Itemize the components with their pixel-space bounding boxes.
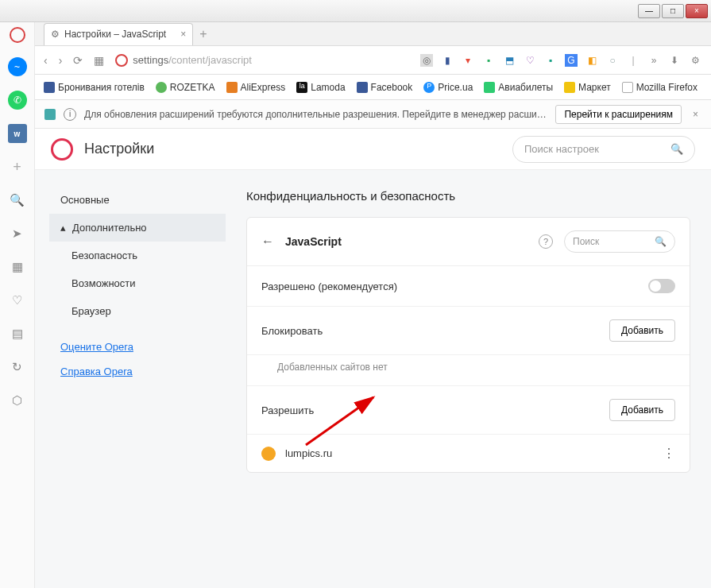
tab-settings[interactable]: ⚙ Настройки – JavaScript ×	[44, 23, 193, 45]
allow-title: Разрешить	[261, 404, 314, 416]
allowed-site-row: lumpics.ru ⋮	[247, 435, 690, 472]
back-arrow-button[interactable]: ←	[261, 234, 274, 249]
messenger-icon[interactable]: ~	[8, 57, 27, 76]
bookmark-item[interactable]: Facebook	[357, 82, 413, 93]
javascript-toggle[interactable]	[648, 279, 675, 293]
downloads-icon[interactable]: ⬇	[668, 54, 681, 67]
opera-logo-icon	[51, 138, 73, 161]
ext-icon[interactable]: ○	[606, 54, 619, 67]
tab-bar: ⚙ Настройки – JavaScript × +	[0, 22, 711, 46]
section-title: Конфиденциальность и безопасность	[246, 189, 690, 203]
site-more-button[interactable]: ⋮	[663, 446, 675, 461]
notification-text: Для обновления расширений требуются допо…	[84, 109, 547, 120]
notification-close-icon[interactable]: ×	[690, 109, 701, 120]
ext-icon[interactable]: ⬒	[503, 54, 516, 67]
block-empty-text: Добавленных сайтов нет	[247, 355, 690, 386]
gear-icon: ⚙	[51, 29, 60, 40]
easy-setup-icon[interactable]: ⚙	[689, 54, 701, 67]
bookmark-item[interactable]: ROZETKA	[156, 82, 215, 93]
bookmark-item[interactable]: laLamoda	[296, 82, 345, 93]
bookmark-item[interactable]: Авиабилеты	[484, 82, 553, 93]
nav-forward-button[interactable]: ›	[59, 54, 63, 67]
sidebar-item-advanced[interactable]: ▴ Дополнительно	[49, 214, 226, 242]
ext-icon[interactable]: ♡	[524, 54, 536, 67]
site-name: lumpics.ru	[285, 447, 332, 459]
panel-title: JavaScript	[285, 235, 527, 248]
help-icon[interactable]: ?	[539, 234, 553, 249]
sidebar-item-security[interactable]: Безопасность	[49, 242, 226, 269]
sidebar-item-browser[interactable]: Браузер	[49, 297, 226, 325]
block-title: Блокировать	[261, 325, 323, 337]
settings-main: Конфиденциальность и безопасность ← Java…	[226, 170, 711, 588]
whatsapp-icon[interactable]: ✆	[8, 91, 27, 110]
notif-puzzle-icon	[44, 109, 56, 120]
ext-icon[interactable]: ◎	[420, 54, 433, 67]
allowed-label: Разрешено (рекомендуется)	[261, 280, 397, 292]
panel-search-input[interactable]: Поиск 🔍	[564, 230, 675, 253]
window-maximize-button[interactable]: □	[662, 4, 684, 18]
extensions-icon[interactable]: ⬡	[8, 391, 27, 410]
ext-icon[interactable]: ◧	[585, 54, 598, 67]
ext-icon[interactable]: ▪	[544, 54, 557, 67]
ext-icon[interactable]: ▾	[462, 54, 474, 67]
javascript-panel: ← JavaScript ? Поиск 🔍 Разрешено (рекоме…	[246, 217, 690, 473]
allow-add-button[interactable]: Добавить	[609, 399, 675, 421]
sidebar-item-basic[interactable]: Основные	[49, 186, 226, 214]
chevron-up-icon: ▴	[60, 222, 66, 234]
speed-dial-button[interactable]: ▦	[94, 54, 104, 67]
bookmark-item[interactable]: Mozilla Firefox	[622, 82, 697, 93]
page-header: Настройки Поиск настроек 🔍	[35, 129, 711, 170]
bookmarks-bar: Бронивания готелів ROZETKA AliExpress la…	[0, 75, 711, 100]
send-icon[interactable]: ➤	[8, 224, 27, 243]
rate-opera-link[interactable]: Оцените Opera	[49, 335, 226, 359]
toolbar-extensions: ◎ ▮ ▾ ▪ ⬒ ♡ ▪ G ◧ ○ | » ⬇ ⚙	[420, 54, 701, 67]
panel-header: ← JavaScript ? Поиск 🔍	[247, 218, 690, 266]
speed-dial-icon[interactable]: ▦	[8, 257, 27, 277]
notification-bar: i Для обновления расширений требуются до…	[35, 100, 711, 129]
search-icon: 🔍	[670, 143, 683, 155]
site-favicon	[261, 447, 276, 461]
tab-title: Настройки – JavaScript	[64, 29, 166, 40]
goto-extensions-button[interactable]: Перейти к расширениям	[555, 105, 682, 124]
settings-sidebar: Основные ▴ Дополнительно Безопасность Во…	[35, 170, 226, 588]
ext-icon[interactable]: G	[565, 54, 578, 67]
tab-close-icon[interactable]: ×	[180, 29, 186, 40]
window-close-button[interactable]: ×	[686, 4, 708, 18]
page-title: Настройки	[84, 141, 154, 157]
history-icon[interactable]: ↻	[8, 358, 27, 377]
window-minimize-button[interactable]: —	[638, 4, 660, 18]
left-rail: ~ ✆ w + 🔍 ➤ ▦ ♡ ▤ ↻ ⬡	[0, 22, 35, 588]
allowed-toggle-row: Разрешено (рекомендуется)	[247, 266, 690, 307]
window-titlebar: — □ ×	[0, 0, 711, 22]
search-sidebar-icon[interactable]: 🔍	[8, 191, 27, 210]
allow-section-header: Разрешить Добавить	[247, 386, 690, 435]
settings-content: Настройки Поиск настроек 🔍 Основные ▴ До…	[35, 129, 711, 588]
ext-icon[interactable]: ▪	[482, 54, 495, 67]
news-icon[interactable]: ▤	[8, 324, 27, 343]
info-icon: i	[64, 108, 76, 121]
address-field[interactable]: settings/content/javascript	[115, 54, 409, 67]
heart-icon[interactable]: ♡	[8, 291, 27, 310]
ext-menu-icon[interactable]: »	[647, 54, 660, 67]
bookmark-item[interactable]: Маркет	[564, 82, 611, 93]
block-section-header: Блокировать Добавить	[247, 307, 690, 355]
url-text: settings/content/javascript	[133, 54, 252, 66]
bookmark-item[interactable]: Бронивания готелів	[44, 82, 145, 93]
add-messenger-button[interactable]: +	[8, 157, 27, 176]
vk-icon[interactable]: w	[8, 124, 27, 143]
block-add-button[interactable]: Добавить	[609, 319, 675, 342]
opera-logo-icon[interactable]	[10, 27, 25, 43]
ext-icon[interactable]: |	[627, 54, 640, 67]
sidebar-item-features[interactable]: Возможности	[49, 269, 226, 297]
new-tab-button[interactable]: +	[199, 27, 207, 41]
reload-button[interactable]: ⟳	[73, 54, 83, 67]
site-identity-icon	[115, 54, 128, 67]
nav-back-button[interactable]: ‹	[44, 54, 48, 67]
search-icon: 🔍	[655, 236, 667, 247]
address-bar: ‹ › ⟳ ▦ settings/content/javascript ◎ ▮ …	[0, 46, 711, 75]
bookmark-item[interactable]: PPrice.ua	[423, 82, 473, 93]
ext-icon[interactable]: ▮	[441, 54, 454, 67]
bookmark-item[interactable]: AliExpress	[226, 82, 286, 93]
settings-search-input[interactable]: Поиск настроек 🔍	[512, 136, 695, 163]
help-opera-link[interactable]: Справка Opera	[49, 359, 226, 384]
